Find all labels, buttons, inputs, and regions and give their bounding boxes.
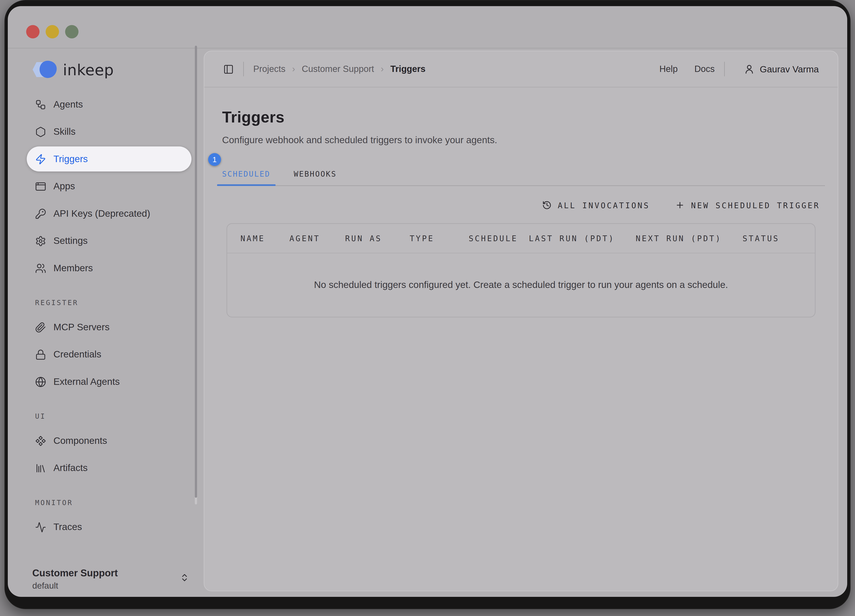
close-button[interactable]	[26, 25, 40, 38]
breadcrumb-item[interactable]: Projects	[253, 64, 285, 74]
header-divider	[244, 62, 244, 77]
breadcrumb-item[interactable]: Customer Support	[302, 64, 374, 74]
sidebar-item-skills[interactable]: Skills	[27, 119, 192, 144]
annotation-badge-1: 1	[208, 153, 221, 166]
panel-left-icon	[223, 64, 234, 74]
org-environment: default	[32, 580, 180, 591]
sidebar-item-credentials[interactable]: Credentials	[27, 342, 192, 367]
action-label: NEW SCHEDULED TRIGGER	[691, 201, 820, 210]
sidebar-item-settings[interactable]: Settings	[27, 228, 192, 253]
sidebar-item-triggers[interactable]: Triggers	[27, 147, 192, 172]
sidebar: inkeep AgentsSkillsTriggersAppsAPI Keys …	[8, 49, 204, 597]
tab-bar: SCHEDULEDWEBHOOKS	[217, 169, 825, 186]
app-window: inkeep AgentsSkillsTriggersAppsAPI Keys …	[8, 6, 847, 597]
logo-wordmark: inkeep	[63, 61, 114, 78]
column-header-run-as: RUN AS	[345, 234, 410, 243]
sidebar-item-label: Components	[54, 435, 107, 446]
page-content: Triggers Configure webhook and scheduled…	[204, 109, 838, 317]
sidebar-item-label: Triggers	[54, 153, 88, 165]
breadcrumb: Projects›Customer Support›Triggers	[253, 64, 426, 74]
library-icon	[35, 462, 46, 473]
sidebar-item-mcp-servers[interactable]: MCP Servers	[27, 315, 192, 340]
sidebar-scrollbar-thumb[interactable]	[195, 46, 197, 498]
nav-section-label: MONITOR	[35, 498, 192, 507]
inkeep-logo-mark-icon	[32, 60, 58, 79]
main-header: Projects›Customer Support›Triggers Help …	[204, 51, 838, 87]
sidebar-item-label: MCP Servers	[54, 322, 110, 333]
sidebar-item-label: Traces	[54, 521, 82, 532]
users-icon	[35, 262, 46, 274]
globe-icon	[35, 376, 46, 387]
activity-icon	[35, 521, 46, 532]
tab-webhooks[interactable]: WEBHOOKS	[289, 169, 342, 185]
zoom-button[interactable]	[65, 25, 78, 38]
all-invocations-button[interactable]: ALL INVOCATIONS	[542, 201, 650, 210]
user-name: Gaurav Varma	[760, 64, 819, 74]
sidebar-item-label: Credentials	[54, 349, 101, 360]
column-header-next-run-pdt: NEXT RUN (PDT)	[636, 234, 743, 243]
sidebar-item-components[interactable]: Components	[27, 428, 192, 454]
chevron-right-icon: ›	[292, 64, 295, 74]
sidebar-item-api-keys-deprecated[interactable]: API Keys (Deprecated)	[27, 201, 192, 226]
action-label: ALL INVOCATIONS	[558, 201, 650, 210]
sidebar-nav: AgentsSkillsTriggersAppsAPI Keys (Deprec…	[27, 92, 192, 539]
minimize-button[interactable]	[46, 25, 59, 38]
inkeep-logo: inkeep	[32, 60, 204, 80]
zap-icon	[35, 153, 46, 165]
column-header-type: TYPE	[410, 234, 469, 243]
breadcrumb-item: Triggers	[390, 64, 426, 74]
sidebar-item-label: External Agents	[54, 376, 120, 387]
table-empty-state: No scheduled triggers configured yet. Cr…	[227, 253, 815, 317]
sidebar-item-label: Agents	[54, 99, 83, 110]
actions-row: ALL INVOCATIONSNEW SCHEDULED TRIGGER	[222, 201, 820, 210]
workflow-icon	[35, 99, 46, 110]
sidebar-item-label: Members	[54, 262, 93, 274]
sidebar-item-external-agents[interactable]: External Agents	[27, 369, 192, 394]
chevron-right-icon: ›	[381, 64, 384, 74]
new-scheduled-trigger-button[interactable]: NEW SCHEDULED TRIGGER	[675, 201, 820, 210]
plus-icon	[675, 201, 685, 210]
sidebar-item-label: Artifacts	[54, 462, 88, 473]
sidebar-item-apps[interactable]: Apps	[27, 174, 192, 199]
sidebar-item-label: Settings	[54, 235, 88, 246]
docs-link[interactable]: Docs	[694, 64, 715, 74]
gear-icon	[35, 235, 46, 246]
user-icon	[744, 63, 755, 75]
main-panel: Projects›Customer Support›Triggers Help …	[204, 51, 838, 591]
scheduled-triggers-table: NAMEAGENTRUN ASTYPESCHEDULELAST RUN (PDT…	[227, 224, 815, 317]
sidebar-item-artifacts[interactable]: Artifacts	[27, 455, 192, 481]
history-icon	[542, 201, 552, 210]
page-description: Configure webhook and scheduled triggers…	[222, 135, 820, 146]
help-link[interactable]: Help	[659, 64, 677, 74]
chevrons-up-down-icon	[180, 573, 190, 582]
org-switcher[interactable]: Customer Support default	[32, 566, 194, 591]
column-header-schedule: SCHEDULE	[469, 234, 529, 243]
chevrons-up-down-icon	[180, 573, 190, 585]
titlebar	[8, 6, 847, 49]
app-window-icon	[35, 181, 46, 192]
sidebar-item-label: Skills	[54, 126, 75, 137]
column-header-name: NAME	[227, 234, 290, 243]
org-name: Customer Support	[32, 566, 180, 580]
sidebar-item-traces[interactable]: Traces	[27, 515, 192, 539]
sidebar-item-agents[interactable]: Agents	[27, 92, 192, 117]
sidebar-toggle-button[interactable]	[223, 64, 234, 74]
traffic-lights	[26, 25, 78, 38]
key-icon	[35, 208, 46, 219]
lock-icon	[35, 349, 46, 360]
sidebar-item-label: API Keys (Deprecated)	[54, 208, 150, 219]
column-header-status: STATUS	[743, 234, 815, 243]
header-divider	[724, 62, 725, 77]
user-menu[interactable]: Gaurav Varma	[744, 63, 819, 75]
component-icon	[35, 435, 46, 446]
column-header-last-run-pdt: LAST RUN (PDT)	[529, 234, 636, 243]
column-header-agent: AGENT	[290, 234, 345, 243]
table-header-row: NAMEAGENTRUN ASTYPESCHEDULELAST RUN (PDT…	[227, 224, 815, 253]
user-icon	[744, 63, 755, 75]
tab-scheduled[interactable]: SCHEDULED	[217, 169, 276, 185]
screenshot-stage: inkeep AgentsSkillsTriggersAppsAPI Keys …	[0, 0, 855, 616]
sidebar-item-members[interactable]: Members	[27, 256, 192, 281]
page-title: Triggers	[222, 109, 820, 127]
sidebar-item-label: Apps	[54, 181, 75, 192]
paperclip-icon	[35, 322, 46, 333]
